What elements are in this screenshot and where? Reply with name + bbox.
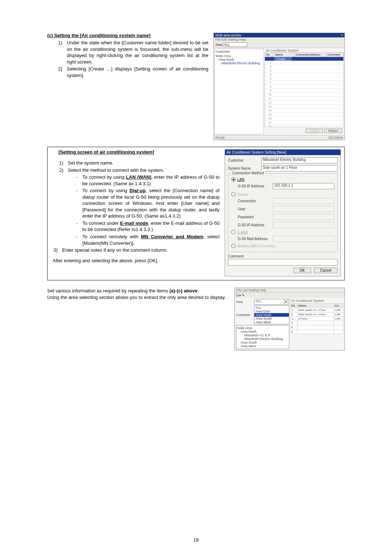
- grid-row-selected[interactable]: 1Create …: [265, 57, 343, 61]
- dialup-conn-label: Connection: [238, 199, 273, 203]
- tree-node[interactable]: Mitsubishi AC & R: [244, 333, 288, 337]
- ok-button[interactable]: OK: [293, 268, 311, 273]
- comment-field[interactable]: [228, 259, 338, 266]
- customer-field[interactable]: Mitsubishi Electric Building: [261, 157, 338, 163]
- sec-c-item-1: 1) Under the state when the [Customer na…: [58, 40, 208, 65]
- small-list-header: Air Conditioner System: [290, 299, 344, 303]
- status-right: 3/17/2006: [328, 136, 343, 139]
- lan-ip-label: G-50 IP Address: [238, 184, 273, 188]
- sec-c-item-1-num: 1): [58, 40, 62, 46]
- col-no: No: [290, 304, 297, 308]
- tree-customer-selected[interactable]: Mitsubishi Electric Building: [221, 61, 263, 65]
- table-row[interactable]: 6: [290, 330, 343, 334]
- tree-node[interactable]: Area North: [241, 330, 288, 333]
- dropdown-option[interactable]: Area East: [254, 309, 289, 313]
- small-area-dropdown[interactable]: ALLArea EastArea NorthArea SouthArea Wes…: [254, 305, 289, 324]
- close-icon[interactable]: ×: [341, 33, 343, 37]
- radio-email[interactable]: E-Mail: [231, 230, 334, 234]
- dialup-conn-field[interactable]: [273, 198, 334, 204]
- dialup-user-field[interactable]: [273, 206, 334, 212]
- table-row[interactable]: 1Side south on 1 FloorLAN: [290, 308, 343, 312]
- grid-row[interactable]: 6: [265, 77, 343, 81]
- small-system-table[interactable]: No Name Co 1Side south on 1 FloorLAN2Sid…: [290, 303, 344, 334]
- area-combo[interactable]: ALL: [223, 42, 247, 47]
- grid-row[interactable]: 12: [265, 101, 343, 105]
- col-name: Name: [297, 304, 334, 308]
- tree-area[interactable]: Area North: [219, 58, 263, 61]
- radio-modem-label: Modem (MN Converter): [237, 244, 275, 248]
- dropdown-option[interactable]: Area North: [254, 313, 289, 317]
- table-row[interactable]: 2Side North on 1 FloorLAN: [290, 312, 343, 317]
- setting-panel-heading: [Setting screen of air conditioning syst…: [58, 149, 220, 155]
- tree-node[interactable]: Area West: [241, 344, 288, 348]
- chevron-down-icon[interactable]: ▾: [284, 300, 289, 304]
- radio-lan-icon[interactable]: [231, 177, 236, 182]
- connection-method-legend: Connection Method: [231, 171, 265, 175]
- grid-row[interactable]: 10: [265, 93, 343, 97]
- radio-email-label: E-Mail: [237, 230, 248, 234]
- section-c-heading: (c) Setting the [Air conditioning system…: [47, 33, 208, 38]
- tree-root[interactable]: Wide Area: [216, 54, 263, 58]
- radio-lan-label: LAN: [237, 178, 244, 182]
- radio-lan[interactable]: LAN: [231, 177, 334, 182]
- main-window: Wide area access × File Edit Setting Hel…: [213, 33, 345, 140]
- table-row[interactable]: 5: [290, 325, 343, 330]
- bullet-email: To connect under E-mail mode, enter the …: [76, 220, 220, 233]
- step-2-text: Select the method to connect with the sy…: [68, 167, 164, 173]
- grid-row[interactable]: 3: [265, 65, 343, 69]
- radio-dialup[interactable]: Dialup: [231, 192, 334, 197]
- customer-tree[interactable]: Customer Wide Area Area North Mitsubishi…: [215, 49, 264, 134]
- grid-row[interactable]: 9: [265, 89, 343, 93]
- lan-ip-field[interactable]: 192.168.1.1: [273, 183, 334, 189]
- status-left: Ready: [215, 136, 225, 139]
- grid-row[interactable]: 8: [265, 85, 343, 89]
- bullet-modem: To connect remotely with MN Converter an…: [76, 234, 220, 246]
- dialup-pass-field[interactable]: [273, 214, 334, 220]
- tree-root[interactable]: Wide Area: [237, 326, 288, 330]
- return-button[interactable]: Return: [324, 129, 342, 133]
- radio-email-icon[interactable]: [231, 230, 236, 234]
- step-2: 2) Select the method to connect with the…: [59, 167, 220, 247]
- grid-row[interactable]: 7: [265, 81, 343, 85]
- small-toolbar[interactable]: ⎙ ▶ ✎: [235, 293, 344, 298]
- email-addr-field[interactable]: [273, 236, 334, 242]
- step-3-text: Enter special notes if any on the commen…: [62, 247, 168, 253]
- grid-row[interactable]: 2: [265, 61, 343, 65]
- toolbar[interactable]: Area ALL: [214, 42, 344, 48]
- dialup-ip-field[interactable]: [273, 222, 334, 228]
- col-name: Name: [274, 53, 295, 57]
- grid-row[interactable]: 4: [265, 69, 343, 73]
- small-area-combo[interactable]: ALL ▾: [254, 299, 289, 305]
- connection-method-group: Connection Method LAN G-50 IP Address 19…: [228, 173, 338, 252]
- grid-row[interactable]: 17: [265, 121, 343, 125]
- cancel-button[interactable]: Cancel: [314, 268, 338, 273]
- col-co: Co: [334, 304, 343, 308]
- system-name-field[interactable]: Side south on 1 Floor: [261, 165, 338, 171]
- dropdown-option[interactable]: ALL: [254, 306, 289, 309]
- delete-button[interactable]: Delete: [306, 129, 323, 133]
- dropdown-option[interactable]: Area South: [254, 317, 289, 320]
- after-note: After entering and selecting the above, …: [53, 258, 220, 263]
- small-menubar[interactable]: File List Setting Help: [235, 288, 344, 293]
- grid-row[interactable]: 15: [265, 113, 343, 117]
- customer-label: Customer: [216, 50, 263, 53]
- grid-row[interactable]: 11: [265, 97, 343, 101]
- menubar[interactable]: File Edit Setting Help: [214, 37, 344, 42]
- table-row[interactable]: 4: [290, 321, 343, 325]
- grid-row[interactable]: 5: [265, 73, 343, 77]
- small-tree[interactable]: Wide Area Area North Mitsubishi AC & R M…: [236, 325, 289, 349]
- table-row[interactable]: 32 FloorLAN: [290, 317, 343, 321]
- dropdown-option[interactable]: Area West: [254, 320, 289, 324]
- radio-modem-icon[interactable]: [231, 244, 236, 248]
- grid-row[interactable]: 16: [265, 117, 343, 121]
- radio-dialup-icon[interactable]: [231, 192, 236, 197]
- system-grid[interactable]: No Name ConnectionMethod Comment 1Create…: [265, 52, 344, 127]
- step-1-num: 1): [59, 160, 64, 166]
- radio-modem[interactable]: Modem (MN Converter): [231, 244, 334, 248]
- bullet-lan: To connect by using LAN (WAN), enter the…: [76, 174, 220, 187]
- tree-node[interactable]: Mitsubishi Electric Building: [244, 337, 288, 341]
- grid-row[interactable]: 13: [265, 105, 343, 109]
- tree-node[interactable]: Area South: [241, 341, 288, 344]
- grid-row[interactable]: 14: [265, 109, 343, 113]
- dialup-user-label: User: [238, 207, 273, 211]
